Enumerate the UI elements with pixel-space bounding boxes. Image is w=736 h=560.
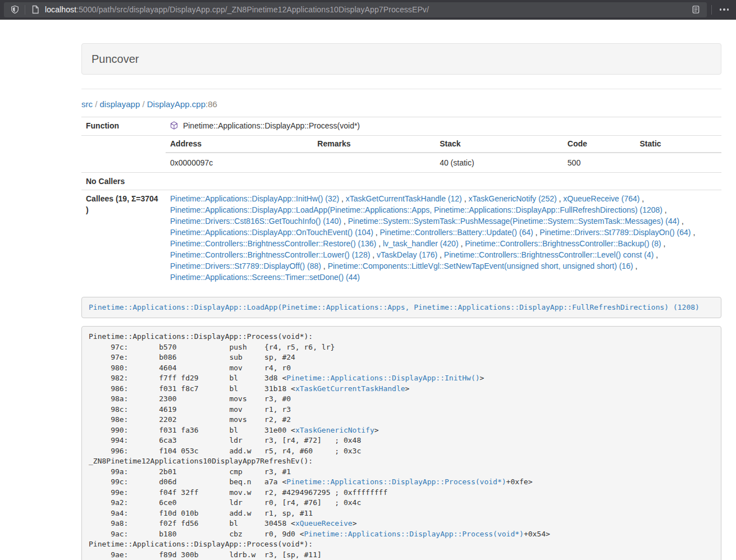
toolbar-divider xyxy=(25,5,25,15)
stats-value: 0x0000097c xyxy=(166,153,313,172)
callee-link[interactable]: Pinetime::Controllers::BrightnessControl… xyxy=(170,239,376,248)
stats-value-row: 0x0000097c40 (static)500 xyxy=(166,153,721,172)
page-icon[interactable] xyxy=(30,4,41,15)
tracking-protection-shield-icon[interactable] xyxy=(9,4,20,15)
callee-link[interactable]: Pinetime::Drivers::Cst816S::GetTouchInfo… xyxy=(170,217,341,226)
symbol-cube-icon xyxy=(170,122,180,131)
stats-table: AddressRemarksStackCodeStatic0x0000097c4… xyxy=(166,136,721,172)
callee-link[interactable]: lv_task_handler (420) xyxy=(383,239,459,248)
callee-link[interactable]: Pinetime::Applications::DisplayApp::Init… xyxy=(170,194,339,203)
stats-value: 500 xyxy=(563,153,636,172)
callee-link[interactable]: Pinetime::Drivers::St7789::DisplayOff() … xyxy=(170,261,321,270)
toolbar-divider xyxy=(711,5,712,15)
stats-value: 40 (static) xyxy=(435,153,563,172)
page-title: Puncover xyxy=(92,53,139,65)
breadcrumb: src / displayapp / DisplayApp.cpp:86 xyxy=(81,99,721,109)
function-name: Pinetime::Applications::DisplayApp::Proc… xyxy=(183,121,360,130)
stats-value xyxy=(636,153,721,172)
callees-row: Callees (19, Σ=3704 ) Pinetime::Applicat… xyxy=(81,190,721,286)
reader-mode-icon[interactable] xyxy=(691,4,702,15)
callee-link[interactable]: Pinetime::Controllers::Battery::Update()… xyxy=(380,228,533,237)
callee-link[interactable]: xTaskGetCurrentTaskHandle (12) xyxy=(346,194,462,203)
callee-link[interactable]: vTaskDelay (176) xyxy=(377,250,437,259)
callee-link[interactable]: xTaskGenericNotify (252) xyxy=(468,194,556,203)
breadcrumb-line-number: :86 xyxy=(205,99,217,109)
asm-symbol-link[interactable]: xQueueReceive xyxy=(295,519,353,527)
function-label: Function xyxy=(81,117,166,136)
callee-link[interactable]: xQueueReceive (764) xyxy=(563,194,639,203)
overflow-menu-icon[interactable] xyxy=(716,8,733,11)
page-content: Puncover src / displayapp / DisplayApp.c… xyxy=(81,43,721,560)
callee-link[interactable]: Pinetime::Applications::DisplayApp::OnTo… xyxy=(170,228,373,237)
stats-header: Remarks xyxy=(313,136,435,153)
asm-symbol-link[interactable]: Pinetime::Applications::DisplayApp::Proc… xyxy=(286,478,506,486)
divider xyxy=(81,89,721,89)
no-callers-label: No Callers xyxy=(81,173,166,190)
disassembly-listing: Pinetime::Applications::DisplayApp::Proc… xyxy=(81,326,721,560)
callee-link[interactable]: Pinetime::System::SystemTask::PushMessag… xyxy=(348,217,680,226)
callee-link[interactable]: Pinetime::Controllers::BrightnessControl… xyxy=(444,250,653,259)
breadcrumb-link[interactable]: displayapp xyxy=(100,99,140,109)
url-host: localhost xyxy=(45,5,76,14)
stats-header: Static xyxy=(636,136,721,153)
callee-link[interactable]: Pinetime::Controllers::BrightnessControl… xyxy=(170,250,370,259)
callee-link[interactable]: Pinetime::Applications::DisplayApp::Load… xyxy=(170,205,662,214)
browser-toolbar: localhost:5000/path/src/displayapp/Displ… xyxy=(0,0,736,20)
callees-label: Callees (19, Σ=3704 ) xyxy=(81,190,166,286)
stats-header: Code xyxy=(563,136,636,153)
asm-symbol-link[interactable]: Pinetime::Applications::DisplayApp::Init… xyxy=(286,374,479,382)
callee-link[interactable]: Pinetime::Applications::Screens::Timer::… xyxy=(170,273,360,282)
stats-row: AddressRemarksStackCodeStatic0x0000097c4… xyxy=(81,136,721,173)
function-row: Function Pinetime::Applications::Display… xyxy=(81,117,721,136)
highlighted-callee-box: Pinetime::Applications::DisplayApp::Load… xyxy=(81,297,721,318)
stats-row-spacer xyxy=(81,136,166,173)
breadcrumb-separator: / xyxy=(93,99,100,109)
callers-cell xyxy=(166,173,721,190)
function-table: Function Pinetime::Applications::Display… xyxy=(81,117,721,286)
callee-link[interactable]: Pinetime::Drivers::St7789::DisplayOn() (… xyxy=(540,228,691,237)
breadcrumb-separator: / xyxy=(140,99,147,109)
callees-list: Pinetime::Applications::DisplayApp::Init… xyxy=(166,190,721,286)
asm-symbol-link[interactable]: xTaskGenericNotify xyxy=(295,426,374,434)
highlighted-callee-link[interactable]: Pinetime::Applications::DisplayApp::Load… xyxy=(89,303,700,311)
breadcrumb-link[interactable]: DisplayApp.cpp xyxy=(147,99,205,109)
stats-header-row: AddressRemarksStackCodeStatic xyxy=(166,136,721,153)
callee-link[interactable]: Pinetime::Controllers::BrightnessControl… xyxy=(465,239,661,248)
stats-value xyxy=(313,153,435,172)
stats-header: Stack xyxy=(435,136,563,153)
callee-link[interactable]: Pinetime::Components::LittleVgl::SetNewT… xyxy=(328,261,633,270)
callers-row: No Callers xyxy=(81,173,721,190)
breadcrumb-link[interactable]: src xyxy=(81,99,93,109)
stats-cell: AddressRemarksStackCodeStatic0x0000097c4… xyxy=(166,136,721,173)
url-path: :5000/path/src/displayapp/DisplayApp.cpp… xyxy=(76,5,429,14)
function-name-cell: Pinetime::Applications::DisplayApp::Proc… xyxy=(166,117,721,136)
asm-symbol-link[interactable]: Pinetime::Applications::DisplayApp::Proc… xyxy=(304,530,524,538)
page-title-box: Puncover xyxy=(81,43,721,75)
url-text[interactable]: localhost:5000/path/src/displayapp/Displ… xyxy=(45,5,691,14)
asm-symbol-link[interactable]: xTaskGetCurrentTaskHandle xyxy=(295,384,405,393)
url-bar[interactable]: localhost:5000/path/src/displayapp/Displ… xyxy=(4,2,707,17)
stats-header: Address xyxy=(166,136,313,153)
